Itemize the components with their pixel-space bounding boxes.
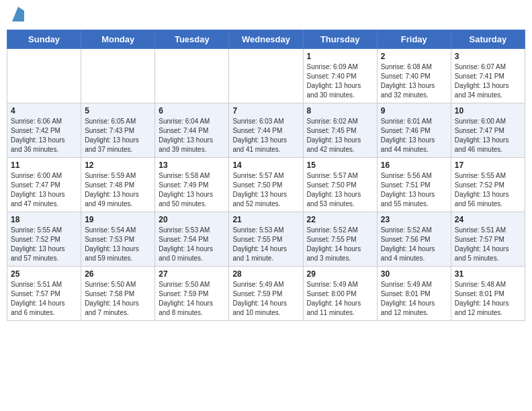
- day-of-week-header: Thursday: [303, 30, 377, 49]
- day-number: 2: [381, 52, 447, 61]
- day-info: Sunrise: 5:51 AM Sunset: 7:57 PM Dayligh…: [455, 226, 521, 263]
- calendar-cell: 17Sunrise: 5:55 AM Sunset: 7:52 PM Dayli…: [451, 158, 525, 212]
- calendar-week-row: 18Sunrise: 5:55 AM Sunset: 7:52 PM Dayli…: [7, 212, 525, 267]
- calendar-cell: 2Sunrise: 6:08 AM Sunset: 7:40 PM Daylig…: [377, 49, 451, 103]
- calendar-cell: 30Sunrise: 5:49 AM Sunset: 8:01 PM Dayli…: [377, 267, 451, 321]
- page-header: [7, 7, 525, 24]
- calendar-cell: 27Sunrise: 5:50 AM Sunset: 7:59 PM Dayli…: [155, 267, 229, 321]
- day-number: 13: [159, 161, 225, 170]
- calendar-cell: 7Sunrise: 6:03 AM Sunset: 7:44 PM Daylig…: [229, 103, 303, 158]
- calendar-cell: 5Sunrise: 6:05 AM Sunset: 7:43 PM Daylig…: [81, 103, 155, 158]
- day-info: Sunrise: 5:52 AM Sunset: 7:56 PM Dayligh…: [381, 226, 447, 263]
- calendar-cell: 13Sunrise: 5:58 AM Sunset: 7:49 PM Dayli…: [155, 158, 229, 212]
- day-number: 15: [307, 161, 373, 170]
- calendar-cell: 15Sunrise: 5:57 AM Sunset: 7:50 PM Dayli…: [303, 158, 377, 212]
- calendar-cell: 14Sunrise: 5:57 AM Sunset: 7:50 PM Dayli…: [229, 158, 303, 212]
- day-info: Sunrise: 6:01 AM Sunset: 7:46 PM Dayligh…: [381, 117, 447, 154]
- day-number: 29: [307, 269, 373, 279]
- day-number: 14: [232, 161, 299, 170]
- calendar-cell: 19Sunrise: 5:54 AM Sunset: 7:53 PM Dayli…: [81, 212, 155, 267]
- day-info: Sunrise: 5:56 AM Sunset: 7:51 PM Dayligh…: [381, 171, 447, 209]
- day-of-week-header: Tuesday: [155, 30, 229, 49]
- day-info: Sunrise: 6:06 AM Sunset: 7:42 PM Dayligh…: [11, 117, 77, 154]
- day-info: Sunrise: 5:58 AM Sunset: 7:49 PM Dayligh…: [159, 171, 225, 209]
- calendar-week-row: 1Sunrise: 6:09 AM Sunset: 7:40 PM Daylig…: [7, 49, 525, 103]
- day-number: 25: [11, 269, 77, 279]
- calendar-cell: 4Sunrise: 6:06 AM Sunset: 7:42 PM Daylig…: [7, 103, 81, 158]
- day-number: 24: [455, 215, 521, 224]
- day-info: Sunrise: 6:02 AM Sunset: 7:45 PM Dayligh…: [307, 117, 373, 154]
- calendar-cell: [81, 49, 155, 103]
- day-of-week-header: Friday: [377, 30, 451, 49]
- day-number: 4: [11, 106, 77, 116]
- calendar-cell: 24Sunrise: 5:51 AM Sunset: 7:57 PM Dayli…: [451, 212, 525, 267]
- day-info: Sunrise: 5:55 AM Sunset: 7:52 PM Dayligh…: [455, 171, 521, 209]
- calendar-cell: 11Sunrise: 6:00 AM Sunset: 7:47 PM Dayli…: [7, 158, 81, 212]
- calendar-cell: 6Sunrise: 6:04 AM Sunset: 7:44 PM Daylig…: [155, 103, 229, 158]
- day-number: 31: [455, 269, 521, 279]
- day-info: Sunrise: 6:00 AM Sunset: 7:47 PM Dayligh…: [455, 117, 521, 154]
- day-number: 30: [381, 269, 447, 279]
- day-info: Sunrise: 5:55 AM Sunset: 7:52 PM Dayligh…: [11, 226, 77, 263]
- day-info: Sunrise: 6:09 AM Sunset: 7:40 PM Dayligh…: [307, 62, 373, 100]
- day-number: 27: [159, 269, 225, 279]
- day-number: 22: [307, 215, 373, 224]
- day-info: Sunrise: 5:50 AM Sunset: 7:58 PM Dayligh…: [85, 280, 151, 318]
- logo: [11, 9, 24, 21]
- day-info: Sunrise: 5:53 AM Sunset: 7:55 PM Dayligh…: [232, 226, 299, 263]
- day-number: 8: [307, 106, 373, 116]
- day-info: Sunrise: 5:49 AM Sunset: 7:59 PM Dayligh…: [232, 280, 299, 318]
- day-number: 1: [307, 52, 373, 61]
- calendar-cell: 31Sunrise: 5:48 AM Sunset: 8:01 PM Dayli…: [451, 267, 525, 321]
- calendar-cell: [229, 49, 303, 103]
- day-info: Sunrise: 5:57 AM Sunset: 7:50 PM Dayligh…: [232, 171, 299, 209]
- day-number: 6: [159, 106, 225, 116]
- day-info: Sunrise: 5:49 AM Sunset: 8:01 PM Dayligh…: [381, 280, 447, 318]
- calendar-cell: 3Sunrise: 6:07 AM Sunset: 7:41 PM Daylig…: [451, 49, 525, 103]
- day-info: Sunrise: 6:00 AM Sunset: 7:47 PM Dayligh…: [11, 171, 77, 209]
- day-number: 20: [159, 215, 225, 224]
- day-info: Sunrise: 5:54 AM Sunset: 7:53 PM Dayligh…: [85, 226, 151, 263]
- calendar-cell: 28Sunrise: 5:49 AM Sunset: 7:59 PM Dayli…: [229, 267, 303, 321]
- calendar-cell: 25Sunrise: 5:51 AM Sunset: 7:57 PM Dayli…: [7, 267, 81, 321]
- calendar-cell: 9Sunrise: 6:01 AM Sunset: 7:46 PM Daylig…: [377, 103, 451, 158]
- day-info: Sunrise: 5:53 AM Sunset: 7:54 PM Dayligh…: [159, 226, 225, 263]
- day-info: Sunrise: 5:59 AM Sunset: 7:48 PM Dayligh…: [85, 171, 151, 209]
- day-info: Sunrise: 5:50 AM Sunset: 7:59 PM Dayligh…: [159, 280, 225, 318]
- day-number: 9: [381, 106, 447, 116]
- day-info: Sunrise: 6:05 AM Sunset: 7:43 PM Dayligh…: [85, 117, 151, 154]
- logo-icon: [12, 7, 24, 21]
- day-number: 11: [11, 161, 77, 170]
- day-info: Sunrise: 6:03 AM Sunset: 7:44 PM Dayligh…: [232, 117, 299, 154]
- calendar-cell: 29Sunrise: 5:49 AM Sunset: 8:00 PM Dayli…: [303, 267, 377, 321]
- calendar-cell: 20Sunrise: 5:53 AM Sunset: 7:54 PM Dayli…: [155, 212, 229, 267]
- day-info: Sunrise: 6:04 AM Sunset: 7:44 PM Dayligh…: [159, 117, 225, 154]
- day-info: Sunrise: 5:49 AM Sunset: 8:00 PM Dayligh…: [307, 280, 373, 318]
- day-info: Sunrise: 6:08 AM Sunset: 7:40 PM Dayligh…: [381, 62, 447, 100]
- calendar-week-row: 11Sunrise: 6:00 AM Sunset: 7:47 PM Dayli…: [7, 158, 525, 212]
- day-number: 19: [85, 215, 151, 224]
- calendar-cell: [7, 49, 81, 103]
- day-of-week-header: Monday: [81, 30, 155, 49]
- calendar-cell: 8Sunrise: 6:02 AM Sunset: 7:45 PM Daylig…: [303, 103, 377, 158]
- day-of-week-header: Sunday: [7, 30, 81, 49]
- day-info: Sunrise: 5:57 AM Sunset: 7:50 PM Dayligh…: [307, 171, 373, 209]
- calendar-header-row: SundayMondayTuesdayWednesdayThursdayFrid…: [7, 30, 525, 49]
- day-info: Sunrise: 5:52 AM Sunset: 7:55 PM Dayligh…: [307, 226, 373, 263]
- calendar-cell: 16Sunrise: 5:56 AM Sunset: 7:51 PM Dayli…: [377, 158, 451, 212]
- day-number: 5: [85, 106, 151, 116]
- day-number: 3: [455, 52, 521, 61]
- day-number: 10: [455, 106, 521, 116]
- day-number: 18: [11, 215, 77, 224]
- calendar-cell: 23Sunrise: 5:52 AM Sunset: 7:56 PM Dayli…: [377, 212, 451, 267]
- day-number: 16: [381, 161, 447, 170]
- day-number: 17: [455, 161, 521, 170]
- calendar-week-row: 25Sunrise: 5:51 AM Sunset: 7:57 PM Dayli…: [7, 267, 525, 321]
- calendar-table: SundayMondayTuesdayWednesdayThursdayFrid…: [7, 30, 525, 321]
- day-of-week-header: Saturday: [451, 30, 525, 49]
- day-info: Sunrise: 5:48 AM Sunset: 8:01 PM Dayligh…: [455, 280, 521, 318]
- day-number: 23: [381, 215, 447, 224]
- day-info: Sunrise: 6:07 AM Sunset: 7:41 PM Dayligh…: [455, 62, 521, 100]
- calendar-cell: 1Sunrise: 6:09 AM Sunset: 7:40 PM Daylig…: [303, 49, 377, 103]
- calendar-week-row: 4Sunrise: 6:06 AM Sunset: 7:42 PM Daylig…: [7, 103, 525, 158]
